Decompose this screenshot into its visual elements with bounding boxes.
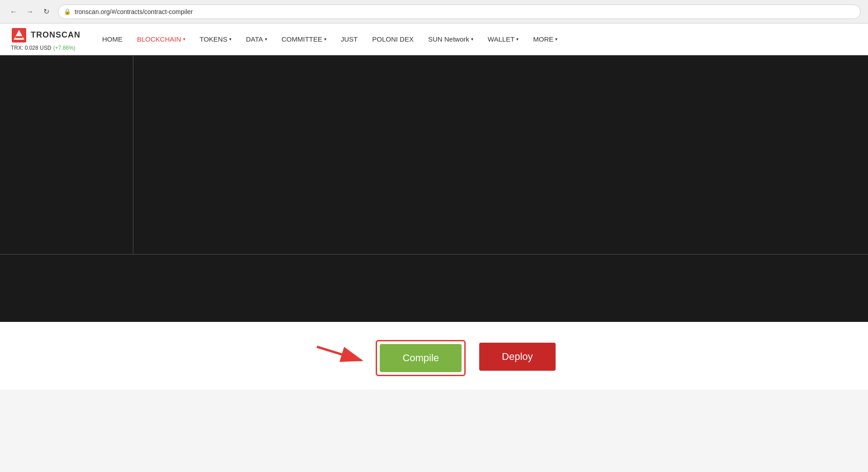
- editor-bottom-panel: [0, 254, 868, 322]
- app-header: TRONSCAN TRX: 0.028 USD (+7.86%) HOME BL…: [0, 24, 868, 55]
- tronscan-logo-icon: [11, 27, 27, 43]
- trx-change: (+7.86%): [53, 45, 75, 51]
- browser-nav-buttons: ← → ↻: [7, 5, 52, 18]
- compile-button[interactable]: Compile: [380, 344, 462, 372]
- browser-chrome: ← → ↻ 🔒 tronscan.org/#/contracts/contrac…: [0, 0, 868, 24]
- red-arrow-icon: [312, 340, 367, 367]
- logo-text: TRONSCAN: [31, 30, 80, 40]
- back-button[interactable]: ←: [7, 5, 20, 18]
- nav-just[interactable]: JUST: [334, 24, 365, 55]
- editor-sidebar: [0, 56, 133, 254]
- logo-row: TRONSCAN: [11, 27, 80, 43]
- tokens-dropdown-arrow: ▾: [229, 37, 231, 42]
- svg-rect-2: [15, 36, 23, 38]
- nav-wallet[interactable]: WALLET ▾: [481, 24, 526, 55]
- url-text: tronscan.org/#/contracts/contract-compil…: [75, 8, 193, 15]
- nav-tokens[interactable]: TOKENS ▾: [193, 24, 239, 55]
- nav-data[interactable]: DATA ▾: [239, 24, 274, 55]
- trx-price: TRX: 0.028 USD: [11, 45, 51, 51]
- committee-dropdown-arrow: ▾: [324, 37, 326, 42]
- trx-price-row: TRX: 0.028 USD (+7.86%): [11, 43, 75, 52]
- address-bar[interactable]: 🔒 tronscan.org/#/contracts/contract-comp…: [58, 5, 861, 19]
- svg-line-4: [317, 347, 361, 360]
- wallet-dropdown-arrow: ▾: [516, 37, 519, 42]
- nav-committee[interactable]: COMMITTEE ▾: [274, 24, 334, 55]
- blockchain-dropdown-arrow: ▾: [183, 37, 185, 42]
- compile-button-wrapper: Compile: [376, 340, 466, 376]
- editor-main[interactable]: [133, 56, 868, 254]
- nav-sun-network[interactable]: SUN Network ▾: [421, 24, 481, 55]
- nav-more[interactable]: MORE ▾: [526, 24, 565, 55]
- lock-icon: 🔒: [64, 8, 71, 15]
- data-dropdown-arrow: ▾: [265, 37, 267, 42]
- nav-home[interactable]: HOME: [95, 24, 130, 55]
- buttons-area: Compile Deploy: [0, 322, 868, 390]
- logo-area: TRONSCAN TRX: 0.028 USD (+7.86%): [11, 27, 80, 52]
- contract-editor: [0, 55, 868, 254]
- nav-blockchain[interactable]: BLOCKCHAIN ▾: [130, 24, 193, 55]
- sun-dropdown-arrow: ▾: [471, 37, 473, 42]
- main-content: Compile Deploy: [0, 55, 868, 390]
- more-dropdown-arrow: ▾: [555, 37, 557, 42]
- deploy-button[interactable]: Deploy: [479, 343, 555, 371]
- arrow-annotation: [312, 340, 367, 367]
- forward-button[interactable]: →: [24, 5, 36, 18]
- refresh-button[interactable]: ↻: [40, 5, 52, 18]
- nav-polonidex[interactable]: POLONI DEX: [365, 24, 421, 55]
- nav-menu: HOME BLOCKCHAIN ▾ TOKENS ▾ DATA ▾ COMMIT…: [95, 24, 857, 55]
